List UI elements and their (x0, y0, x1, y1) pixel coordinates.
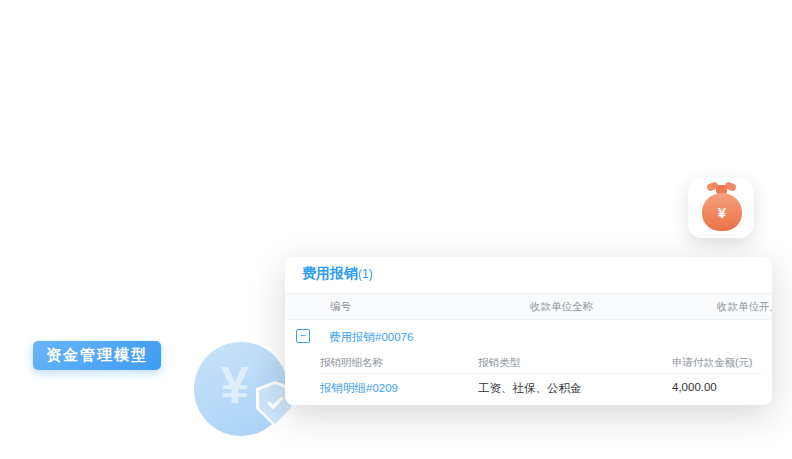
expense-popup: 费用报销(1) 编号 收款单位全称 收款单位开户行 − 费用报销#00076 报… (285, 257, 772, 405)
popup-detail-link[interactable]: 报销明细#0209 (320, 381, 398, 396)
model-badge: 资金管理模型 (33, 341, 161, 370)
popup-expense-link[interactable]: 费用报销#00076 (329, 330, 413, 345)
popup-col-detail-amount: 申请付款金额(元) (672, 356, 753, 370)
money-bag-icon[interactable]: ¥ (688, 178, 754, 238)
popup-detail-type: 工资、社保、公积金 (478, 381, 582, 396)
popup-col-bank: 收款单位开户行 (717, 300, 772, 314)
screen: ➤ 工商银行 项目资金账户 ☆ ⤢ 返回 编辑 子项目 19楼西投创智中心办公室… (0, 0, 792, 459)
popup-table-header (285, 293, 772, 320)
popup-title: 费用报销(1) (302, 265, 373, 283)
popup-col-payee: 收款单位全称 (530, 300, 593, 314)
popup-col-id: 编号 (330, 300, 351, 314)
popup-col-detail-name: 报销明细名称 (320, 356, 383, 370)
popup-collapse-icon[interactable]: − (296, 329, 310, 343)
popup-col-detail-type: 报销类型 (478, 356, 520, 370)
divider (320, 373, 762, 374)
popup-detail-amount: 4,000.00 (672, 381, 717, 393)
